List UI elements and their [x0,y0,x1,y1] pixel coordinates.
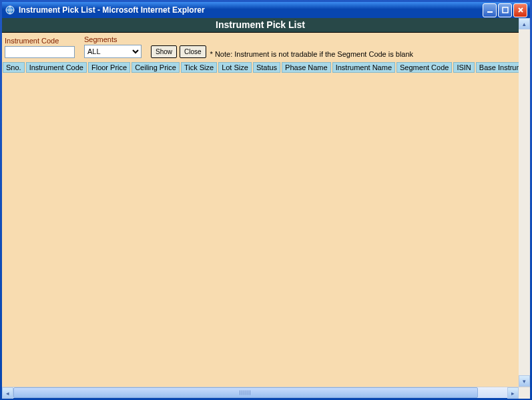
col-lot-size[interactable]: Lot Size [218,62,252,73]
col-instrument-code[interactable]: Instrument Code [26,62,87,73]
segments-label: Segments [84,35,142,43]
window-controls [483,3,527,17]
browser-window: Instrument Pick List - Microsoft Interne… [0,0,532,400]
hscroll-track[interactable] [13,387,507,398]
page-content: Instrument Pick List Instrument Code Seg… [2,18,519,387]
note-text: * Note: Instrument is not tradable if th… [210,50,414,58]
close-button[interactable]: Close [180,45,206,58]
svg-rect-2 [503,7,508,13]
scroll-left-icon[interactable]: ◂ [2,387,13,399]
scroll-down-icon[interactable]: ▾ [519,375,530,387]
instrument-code-input[interactable] [5,46,75,58]
col-instrument-name[interactable]: Instrument Name [332,62,395,73]
instrument-code-field-group: Instrument Code [5,37,75,58]
col-segment-code[interactable]: Segment Code [396,62,452,73]
instrument-code-label: Instrument Code [5,37,75,45]
col-tick-size[interactable]: Tick Size [181,62,217,73]
col-isin[interactable]: ISIN [453,62,474,73]
titlebar: Instrument Pick List - Microsoft Interne… [2,2,530,18]
col-sno[interactable]: Sno. [3,62,25,73]
segments-select[interactable]: ALL [84,45,142,58]
ie-icon [5,5,15,15]
close-window-button[interactable] [513,3,527,17]
window-title: Instrument Pick List - Microsoft Interne… [19,5,483,15]
vertical-scrollbar[interactable]: ▴ ▾ [519,18,530,387]
page-viewport: Instrument Pick List Instrument Code Seg… [2,18,530,387]
col-ceiling-price[interactable]: Ceiling Price [131,62,180,73]
viewport-wrap: Instrument Pick List Instrument Code Seg… [2,18,530,387]
svg-rect-1 [487,11,493,13]
segments-field-group: Segments ALL [84,35,142,58]
maximize-button[interactable] [498,3,512,17]
page-title: Instrument Pick List [2,18,519,33]
client-area: Instrument Pick List Instrument Code Seg… [2,18,530,398]
show-button[interactable]: Show [151,45,177,58]
hscroll-thumb[interactable] [13,387,478,398]
col-base-instrument-type[interactable]: Base Instrument Type [476,62,519,73]
horizontal-scrollbar[interactable]: ◂ ▸ [2,387,530,398]
scroll-corner [519,387,530,399]
grid-header-row: Sno. Instrument Code Floor Price Ceiling… [2,62,519,73]
scroll-up-icon[interactable]: ▴ [519,18,530,29]
col-status[interactable]: Status [253,62,280,73]
scroll-right-icon[interactable]: ▸ [507,387,519,399]
col-phase-name[interactable]: Phase Name [282,62,331,73]
filter-bar: Instrument Code Segments ALL Show Close … [2,33,519,62]
col-floor-price[interactable]: Floor Price [88,62,130,73]
minimize-button[interactable] [483,3,497,17]
